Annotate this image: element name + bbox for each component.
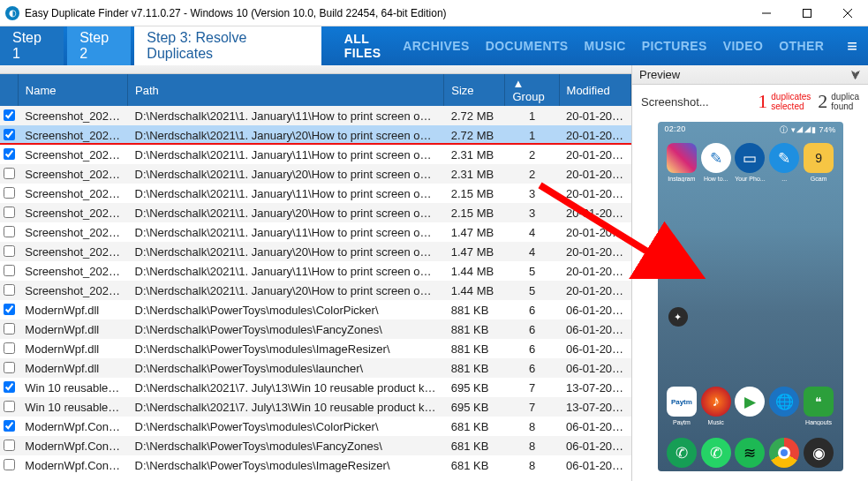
row-name: Win 10 reusable pro...	[18, 397, 127, 417]
row-checkbox-cell	[0, 222, 18, 242]
row-checkbox[interactable]	[4, 265, 15, 276]
app-paytm-label: Paytm	[665, 419, 698, 425]
row-checkbox[interactable]	[4, 401, 15, 412]
row-name: Screenshot_202101...	[18, 145, 127, 164]
app-edit-icon: ✎	[769, 143, 799, 173]
stat-found-l1: duplica	[831, 92, 859, 101]
table-row[interactable]: ModernWpf.dllD:\Nerdschalk\PowerToys\mod…	[0, 358, 631, 378]
maximize-button[interactable]	[787, 0, 827, 26]
close-button[interactable]	[827, 0, 868, 26]
row-name: ModernWpf.dll	[18, 300, 127, 319]
svg-rect-1	[804, 9, 811, 17]
table-row[interactable]: Screenshot_202101...D:\Nerdschalk\2021\1…	[0, 164, 631, 184]
row-checkbox[interactable]	[4, 129, 15, 140]
stat-found-l2: found	[831, 101, 859, 111]
row-group: 3	[505, 184, 559, 203]
table-row[interactable]: Win 10 reusable pro...D:\Nerdschalk\2021…	[0, 378, 631, 397]
step-2-tab[interactable]: Step 2	[67, 26, 131, 65]
filter-pictures[interactable]: Pictures	[642, 39, 707, 53]
column-header-check[interactable]	[0, 74, 18, 106]
row-modified: 06-01-2021	[559, 358, 630, 378]
phone-status-icons: ⓘ ▾◢◢▮ 74%	[780, 124, 835, 136]
column-header-group-label: Group	[512, 90, 544, 103]
minimize-button[interactable]	[746, 0, 787, 26]
row-group: 3	[505, 203, 559, 222]
row-checkbox[interactable]	[4, 440, 15, 451]
preview-header-label: Preview	[639, 68, 680, 81]
row-path: D:\Nerdschalk\2021\1. January\11\How to …	[128, 106, 444, 125]
window-title: Easy Duplicate Finder v7.11.0.27 - Windo…	[25, 7, 447, 19]
table-row[interactable]: Screenshot_202101...D:\Nerdschalk\2021\1…	[0, 222, 631, 242]
row-checkbox[interactable]	[4, 362, 15, 373]
table-row[interactable]: Screenshot_202101...D:\Nerdschalk\2021\1…	[0, 106, 631, 125]
content-area: Name Path Size ▲Group Modified Screensho…	[0, 65, 868, 481]
row-modified: 20-01-2021	[559, 145, 630, 164]
filter-video[interactable]: Video	[723, 39, 764, 53]
filter-music[interactable]: Music	[585, 39, 626, 53]
preview-item-name: Screenshot...	[641, 95, 751, 109]
row-size: 681 KB	[444, 417, 505, 436]
column-header-path[interactable]: Path	[128, 74, 444, 106]
row-modified: 06-01-2021	[559, 300, 630, 319]
row-checkbox[interactable]	[4, 226, 15, 237]
column-header-name[interactable]: Name	[18, 74, 127, 106]
app-gcam-icon: 9	[804, 143, 834, 173]
step-3-tab[interactable]: Step 3: Resolve Duplicates	[134, 26, 321, 65]
row-modified: 06-01-2021	[559, 436, 630, 455]
row-checkbox[interactable]	[4, 459, 15, 470]
row-checkbox[interactable]	[4, 148, 15, 160]
step-1-tab[interactable]: Step 1	[0, 26, 64, 65]
table-row[interactable]: Win 10 reusable pro...D:\Nerdschalk\2021…	[0, 397, 631, 417]
preview-pane: Preview ⮟ Screenshot... 1 duplicates sel…	[631, 65, 868, 481]
column-header-group[interactable]: ▲Group	[505, 74, 559, 106]
column-header-modified[interactable]: Modified	[559, 74, 630, 106]
row-checkbox[interactable]	[4, 187, 15, 199]
table-row[interactable]: ModernWpf.dllD:\Nerdschalk\PowerToys\mod…	[0, 319, 631, 339]
row-checkbox[interactable]	[4, 342, 15, 354]
filter-all[interactable]: All Files	[344, 32, 387, 60]
row-checkbox[interactable]	[4, 207, 15, 218]
row-name: Screenshot_202101...	[18, 222, 127, 242]
row-checkbox[interactable]	[4, 245, 15, 257]
row-group: 5	[505, 281, 559, 300]
row-checkbox[interactable]	[4, 168, 15, 179]
table-row[interactable]: Screenshot_202101...D:\Nerdschalk\2021\1…	[0, 203, 631, 222]
row-group: 6	[505, 300, 559, 319]
table-row[interactable]: Screenshot_202101...D:\Nerdschalk\2021\1…	[0, 261, 631, 281]
row-checkbox[interactable]	[4, 381, 15, 393]
row-checkbox[interactable]	[4, 284, 15, 296]
table-row[interactable]: Screenshot_202101...D:\Nerdschalk\2021\1…	[0, 125, 631, 145]
table-row[interactable]: Screenshot_202101...D:\Nerdschalk\2021\1…	[0, 242, 631, 261]
table-row[interactable]: ModernWpf.dllD:\Nerdschalk\PowerToys\mod…	[0, 339, 631, 358]
preview-collapse-icon[interactable]: ⮟	[850, 69, 861, 81]
row-name: ModernWpf.dll	[18, 358, 127, 378]
app-instagram-icon	[667, 143, 697, 173]
row-checkbox-cell	[0, 164, 18, 184]
row-checkbox[interactable]	[4, 323, 15, 334]
filter-documents[interactable]: Documents	[486, 39, 569, 53]
phone-app-row-bottom: PaytmPaytm ♪Music ▶ 🌐 ❝Hangouts	[658, 387, 843, 425]
table-row[interactable]: ModernWpf.dllD:\Nerdschalk\PowerToys\mod…	[0, 300, 631, 319]
table-row[interactable]: ModernWpf.Controls....D:\Nerdschalk\Powe…	[0, 417, 631, 436]
filter-archives[interactable]: Archives	[403, 39, 470, 53]
row-name: Win 10 reusable pro...	[18, 378, 127, 397]
row-path: D:\Nerdschalk\PowerToys\modules\ColorPic…	[128, 300, 444, 319]
table-row[interactable]: Screenshot_202101...D:\Nerdschalk\2021\1…	[0, 184, 631, 203]
row-group: 1	[505, 125, 559, 145]
row-path: D:\Nerdschalk\PowerToys\modules\launcher…	[128, 358, 444, 378]
table-row[interactable]: Screenshot_202101...D:\Nerdschalk\2021\1…	[0, 145, 631, 164]
table-row[interactable]: ModernWpf.Controls....D:\Nerdschalk\Powe…	[0, 436, 631, 455]
app-howto-icon: ✎	[701, 143, 731, 173]
row-checkbox[interactable]	[4, 420, 15, 432]
table-row[interactable]: Screenshot_202101...D:\Nerdschalk\2021\1…	[0, 281, 631, 300]
filter-other[interactable]: Other	[779, 39, 824, 53]
row-checkbox[interactable]	[4, 304, 15, 315]
column-header-size[interactable]: Size	[444, 74, 505, 106]
row-path: D:\Nerdschalk\PowerToys\modules\FancyZon…	[128, 436, 444, 455]
row-size: 2.31 MB	[444, 145, 505, 164]
row-checkbox-cell	[0, 261, 18, 281]
hamburger-menu-icon[interactable]: ≡	[836, 26, 868, 65]
row-modified: 20-01-2021	[559, 106, 630, 125]
table-row[interactable]: ModernWpf.Controls....D:\Nerdschalk\Powe…	[0, 455, 631, 475]
row-checkbox[interactable]	[4, 109, 15, 121]
